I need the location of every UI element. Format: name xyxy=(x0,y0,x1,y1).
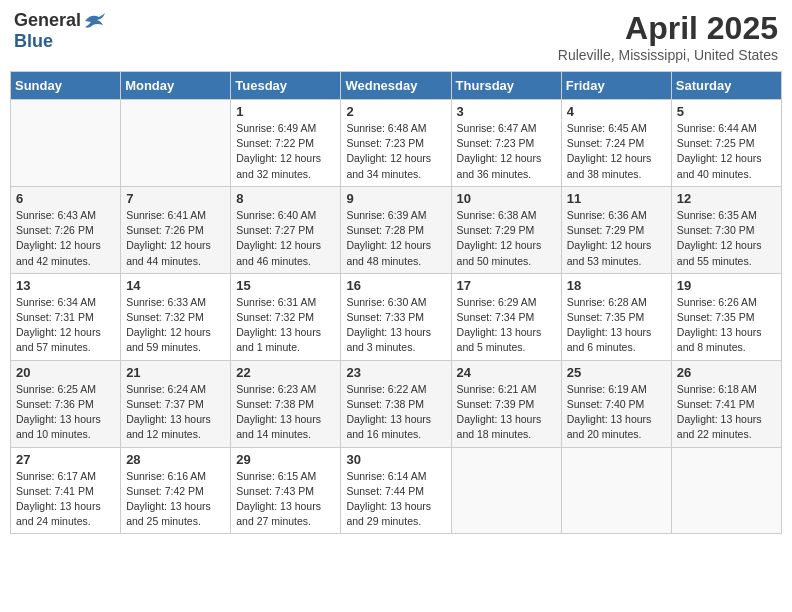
calendar-cell: 13Sunrise: 6:34 AM Sunset: 7:31 PM Dayli… xyxy=(11,273,121,360)
page-subtitle: Ruleville, Mississippi, United States xyxy=(558,47,778,63)
day-number: 4 xyxy=(567,104,666,119)
day-number: 5 xyxy=(677,104,776,119)
page-title: April 2025 xyxy=(558,10,778,47)
weekday-header-row: SundayMondayTuesdayWednesdayThursdayFrid… xyxy=(11,72,782,100)
calendar-cell: 17Sunrise: 6:29 AM Sunset: 7:34 PM Dayli… xyxy=(451,273,561,360)
weekday-header-friday: Friday xyxy=(561,72,671,100)
calendar-table: SundayMondayTuesdayWednesdayThursdayFrid… xyxy=(10,71,782,534)
day-number: 14 xyxy=(126,278,225,293)
day-info: Sunrise: 6:25 AM Sunset: 7:36 PM Dayligh… xyxy=(16,382,115,443)
calendar-cell: 4Sunrise: 6:45 AM Sunset: 7:24 PM Daylig… xyxy=(561,100,671,187)
day-number: 7 xyxy=(126,191,225,206)
week-row-2: 6Sunrise: 6:43 AM Sunset: 7:26 PM Daylig… xyxy=(11,186,782,273)
logo-blue-text: Blue xyxy=(14,31,53,52)
day-number: 25 xyxy=(567,365,666,380)
day-number: 8 xyxy=(236,191,335,206)
calendar-cell xyxy=(451,447,561,534)
day-info: Sunrise: 6:28 AM Sunset: 7:35 PM Dayligh… xyxy=(567,295,666,356)
day-number: 13 xyxy=(16,278,115,293)
day-number: 15 xyxy=(236,278,335,293)
day-number: 22 xyxy=(236,365,335,380)
day-number: 27 xyxy=(16,452,115,467)
weekday-header-sunday: Sunday xyxy=(11,72,121,100)
calendar-cell: 18Sunrise: 6:28 AM Sunset: 7:35 PM Dayli… xyxy=(561,273,671,360)
logo-general-text: General xyxy=(14,10,81,31)
calendar-cell: 12Sunrise: 6:35 AM Sunset: 7:30 PM Dayli… xyxy=(671,186,781,273)
day-info: Sunrise: 6:24 AM Sunset: 7:37 PM Dayligh… xyxy=(126,382,225,443)
day-info: Sunrise: 6:39 AM Sunset: 7:28 PM Dayligh… xyxy=(346,208,445,269)
day-number: 17 xyxy=(457,278,556,293)
day-number: 12 xyxy=(677,191,776,206)
day-info: Sunrise: 6:18 AM Sunset: 7:41 PM Dayligh… xyxy=(677,382,776,443)
day-info: Sunrise: 6:38 AM Sunset: 7:29 PM Dayligh… xyxy=(457,208,556,269)
day-number: 1 xyxy=(236,104,335,119)
day-info: Sunrise: 6:36 AM Sunset: 7:29 PM Dayligh… xyxy=(567,208,666,269)
week-row-4: 20Sunrise: 6:25 AM Sunset: 7:36 PM Dayli… xyxy=(11,360,782,447)
day-number: 30 xyxy=(346,452,445,467)
calendar-cell xyxy=(11,100,121,187)
week-row-3: 13Sunrise: 6:34 AM Sunset: 7:31 PM Dayli… xyxy=(11,273,782,360)
day-number: 20 xyxy=(16,365,115,380)
calendar-cell: 14Sunrise: 6:33 AM Sunset: 7:32 PM Dayli… xyxy=(121,273,231,360)
day-info: Sunrise: 6:23 AM Sunset: 7:38 PM Dayligh… xyxy=(236,382,335,443)
day-info: Sunrise: 6:33 AM Sunset: 7:32 PM Dayligh… xyxy=(126,295,225,356)
day-number: 29 xyxy=(236,452,335,467)
calendar-cell: 22Sunrise: 6:23 AM Sunset: 7:38 PM Dayli… xyxy=(231,360,341,447)
calendar-cell xyxy=(671,447,781,534)
day-number: 16 xyxy=(346,278,445,293)
day-info: Sunrise: 6:26 AM Sunset: 7:35 PM Dayligh… xyxy=(677,295,776,356)
day-info: Sunrise: 6:16 AM Sunset: 7:42 PM Dayligh… xyxy=(126,469,225,530)
day-number: 24 xyxy=(457,365,556,380)
calendar-cell: 3Sunrise: 6:47 AM Sunset: 7:23 PM Daylig… xyxy=(451,100,561,187)
logo-bird-icon xyxy=(83,11,107,31)
day-info: Sunrise: 6:45 AM Sunset: 7:24 PM Dayligh… xyxy=(567,121,666,182)
calendar-cell: 11Sunrise: 6:36 AM Sunset: 7:29 PM Dayli… xyxy=(561,186,671,273)
day-info: Sunrise: 6:47 AM Sunset: 7:23 PM Dayligh… xyxy=(457,121,556,182)
calendar-cell xyxy=(561,447,671,534)
day-info: Sunrise: 6:41 AM Sunset: 7:26 PM Dayligh… xyxy=(126,208,225,269)
day-number: 9 xyxy=(346,191,445,206)
weekday-header-wednesday: Wednesday xyxy=(341,72,451,100)
day-info: Sunrise: 6:48 AM Sunset: 7:23 PM Dayligh… xyxy=(346,121,445,182)
day-info: Sunrise: 6:31 AM Sunset: 7:32 PM Dayligh… xyxy=(236,295,335,356)
day-info: Sunrise: 6:15 AM Sunset: 7:43 PM Dayligh… xyxy=(236,469,335,530)
calendar-cell: 7Sunrise: 6:41 AM Sunset: 7:26 PM Daylig… xyxy=(121,186,231,273)
day-number: 23 xyxy=(346,365,445,380)
calendar-cell: 24Sunrise: 6:21 AM Sunset: 7:39 PM Dayli… xyxy=(451,360,561,447)
calendar-cell: 10Sunrise: 6:38 AM Sunset: 7:29 PM Dayli… xyxy=(451,186,561,273)
weekday-header-monday: Monday xyxy=(121,72,231,100)
day-info: Sunrise: 6:34 AM Sunset: 7:31 PM Dayligh… xyxy=(16,295,115,356)
calendar-cell: 19Sunrise: 6:26 AM Sunset: 7:35 PM Dayli… xyxy=(671,273,781,360)
day-number: 6 xyxy=(16,191,115,206)
weekday-header-saturday: Saturday xyxy=(671,72,781,100)
calendar-cell: 28Sunrise: 6:16 AM Sunset: 7:42 PM Dayli… xyxy=(121,447,231,534)
day-info: Sunrise: 6:22 AM Sunset: 7:38 PM Dayligh… xyxy=(346,382,445,443)
day-info: Sunrise: 6:19 AM Sunset: 7:40 PM Dayligh… xyxy=(567,382,666,443)
calendar-cell: 5Sunrise: 6:44 AM Sunset: 7:25 PM Daylig… xyxy=(671,100,781,187)
calendar-cell xyxy=(121,100,231,187)
day-info: Sunrise: 6:49 AM Sunset: 7:22 PM Dayligh… xyxy=(236,121,335,182)
day-number: 10 xyxy=(457,191,556,206)
week-row-5: 27Sunrise: 6:17 AM Sunset: 7:41 PM Dayli… xyxy=(11,447,782,534)
calendar-cell: 25Sunrise: 6:19 AM Sunset: 7:40 PM Dayli… xyxy=(561,360,671,447)
weekday-header-tuesday: Tuesday xyxy=(231,72,341,100)
day-info: Sunrise: 6:30 AM Sunset: 7:33 PM Dayligh… xyxy=(346,295,445,356)
day-info: Sunrise: 6:17 AM Sunset: 7:41 PM Dayligh… xyxy=(16,469,115,530)
day-number: 11 xyxy=(567,191,666,206)
calendar-cell: 2Sunrise: 6:48 AM Sunset: 7:23 PM Daylig… xyxy=(341,100,451,187)
day-info: Sunrise: 6:40 AM Sunset: 7:27 PM Dayligh… xyxy=(236,208,335,269)
calendar-cell: 15Sunrise: 6:31 AM Sunset: 7:32 PM Dayli… xyxy=(231,273,341,360)
day-info: Sunrise: 6:29 AM Sunset: 7:34 PM Dayligh… xyxy=(457,295,556,356)
day-number: 19 xyxy=(677,278,776,293)
calendar-cell: 27Sunrise: 6:17 AM Sunset: 7:41 PM Dayli… xyxy=(11,447,121,534)
day-info: Sunrise: 6:44 AM Sunset: 7:25 PM Dayligh… xyxy=(677,121,776,182)
week-row-1: 1Sunrise: 6:49 AM Sunset: 7:22 PM Daylig… xyxy=(11,100,782,187)
day-info: Sunrise: 6:21 AM Sunset: 7:39 PM Dayligh… xyxy=(457,382,556,443)
day-number: 26 xyxy=(677,365,776,380)
calendar-cell: 23Sunrise: 6:22 AM Sunset: 7:38 PM Dayli… xyxy=(341,360,451,447)
day-number: 21 xyxy=(126,365,225,380)
weekday-header-thursday: Thursday xyxy=(451,72,561,100)
day-info: Sunrise: 6:35 AM Sunset: 7:30 PM Dayligh… xyxy=(677,208,776,269)
day-info: Sunrise: 6:14 AM Sunset: 7:44 PM Dayligh… xyxy=(346,469,445,530)
calendar-cell: 29Sunrise: 6:15 AM Sunset: 7:43 PM Dayli… xyxy=(231,447,341,534)
